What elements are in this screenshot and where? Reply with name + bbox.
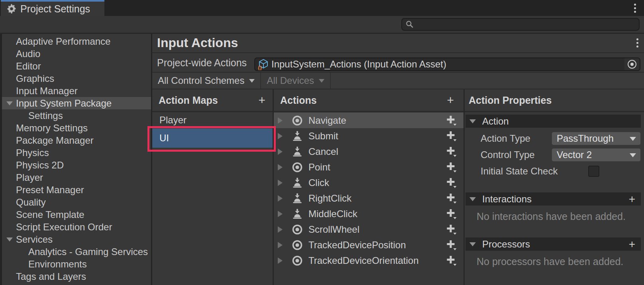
panel-header: Input Actions [152,34,644,53]
sidebar-item-player[interactable]: Player [2,171,151,184]
control-schemes-dropdown[interactable]: All Control Schemes [152,73,261,89]
action-label: Cancel [308,146,338,157]
expand-triangle-icon[interactable] [278,117,283,124]
sidebar-item-memory-settings[interactable]: Memory Settings [2,122,151,134]
action-label: Click [308,177,329,188]
devices-dropdown[interactable]: All Devices [261,73,331,89]
add-binding-button[interactable] [445,255,457,266]
button-action-icon [291,208,303,220]
action-row-cancel[interactable]: Cancel [274,144,463,159]
action-row-trackeddeviceposition[interactable]: TrackedDevicePosition [274,237,463,253]
add-binding-button[interactable] [445,115,457,126]
action-type-row: Action Type PassThrough [465,132,641,145]
action-label: TrackedDeviceOrientation [308,255,419,266]
sidebar-item-environments[interactable]: Environments [2,258,151,270]
sidebar-item-package-manager[interactable]: Package Manager [2,134,151,146]
action-row-trackeddeviceorientation[interactable]: TrackedDeviceOrientation [274,253,463,268]
sidebar-item-services[interactable]: Services [2,233,151,245]
button-action-icon [291,177,303,189]
control-type-dropdown[interactable]: Vector 2 [552,148,641,162]
sidebar-item-script-execution-order[interactable]: Script Execution Order [2,221,151,233]
action-row-rightclick[interactable]: RightClick [274,190,463,206]
expand-triangle-icon[interactable] [278,257,283,264]
action-row-middleclick[interactable]: MiddleClick [274,206,463,222]
add-binding-button[interactable] [445,193,457,204]
action-type-label: Action Type [481,132,530,145]
add-binding-button[interactable] [445,177,457,188]
interactions-section-header[interactable]: Interactions + [465,192,641,206]
sidebar-item-editor[interactable]: Editor [2,60,151,72]
action-map-row-ui[interactable]: UI [152,129,273,148]
sidebar-item-analytics-gaming-services[interactable]: Analytics - Gaming Services [2,245,151,258]
value-action-icon [291,224,303,236]
devices-label: All Devices [267,75,314,86]
sidebar-item-scene-template[interactable]: Scene Template [2,208,151,221]
input-action-asset-field[interactable]: {} InputSystem_Actions (Input Action Ass… [254,57,640,71]
object-picker-button[interactable] [624,58,640,70]
action-row-scrollwheel[interactable]: ScrollWheel [274,222,463,237]
processors-section-header[interactable]: Processors + [465,238,641,251]
foldout-expanded-icon[interactable] [6,101,13,105]
sidebar-item-quality[interactable]: Quality [2,196,151,208]
add-binding-button[interactable] [445,162,457,173]
foldout-expanded-icon[interactable] [469,119,476,123]
chevron-down-icon [319,79,324,83]
add-interaction-button[interactable]: + [629,194,635,205]
foldout-expanded-icon[interactable] [6,238,13,241]
chevron-down-icon [630,137,636,141]
page-title: Input Actions [157,36,238,50]
project-wide-actions-label: Project-wide Actions [157,54,247,72]
control-schemes-toolbar: All Control Schemes All Devices [152,72,644,89]
sidebar-item-label: Services [16,234,53,245]
sidebar-item-preset-manager[interactable]: Preset Manager [2,184,151,196]
tab-project-settings[interactable]: Project Settings [1,0,104,16]
expand-triangle-icon[interactable] [278,211,283,217]
action-row-submit[interactable]: Submit [274,128,463,144]
sidebar-item-graphics[interactable]: Graphics [2,72,151,85]
expand-triangle-icon[interactable] [278,164,283,170]
add-binding-button[interactable] [445,146,457,157]
initial-state-check-checkbox[interactable] [588,166,599,177]
expand-triangle-icon[interactable] [278,226,283,233]
search-input[interactable] [414,19,639,30]
sidebar-item-adaptive-performance[interactable]: Adaptive Performance [2,35,151,48]
action-label: ScrollWheel [308,224,359,235]
sidebar-item-settings[interactable]: Settings [2,109,151,122]
add-action-map-button[interactable]: + [258,94,265,106]
value-action-icon [291,239,303,251]
sidebar-item-physics-2d[interactable]: Physics 2D [2,159,151,171]
sidebar-item-tags-and-layers[interactable]: Tags and Layers [2,270,151,283]
add-binding-button[interactable] [445,131,457,142]
expand-triangle-icon[interactable] [278,195,283,202]
sidebar-item-input-system-package[interactable]: Input System Package [2,97,151,109]
action-row-click[interactable]: Click [274,175,463,190]
sidebar-item-physics[interactable]: Physics [2,146,151,159]
editor-columns: Action Maps + Player UI Actions + [152,89,644,285]
add-processor-button[interactable]: + [629,239,635,250]
add-binding-button[interactable] [445,239,457,251]
foldout-expanded-icon[interactable] [469,197,476,201]
foldout-expanded-icon[interactable] [469,242,476,246]
expand-triangle-icon[interactable] [278,148,283,155]
sidebar-item-input-manager[interactable]: Input Manager [2,85,151,97]
action-row-point[interactable]: Point [274,159,463,175]
add-action-button[interactable]: + [447,94,454,106]
panel-kebab-menu-icon[interactable] [636,38,638,48]
action-section-header[interactable]: Action [465,115,641,128]
action-maps-header: Action Maps + [152,89,273,112]
window-kebab-menu-icon[interactable] [634,4,636,13]
action-label: Navigate [308,115,346,126]
add-binding-button[interactable] [445,224,457,235]
action-label: MiddleClick [308,208,357,220]
action-row-navigate[interactable]: Navigate [274,113,463,128]
expand-triangle-icon[interactable] [278,180,283,186]
expand-triangle-icon[interactable] [278,242,283,248]
action-type-dropdown[interactable]: PassThrough [552,132,641,145]
add-binding-button[interactable] [445,208,457,220]
sidebar-item-audio[interactable]: Audio [2,48,151,60]
expand-triangle-icon[interactable] [278,133,283,139]
settings-sidebar: Adaptive Performance Audio Editor Graphi… [0,34,151,285]
search-box[interactable] [401,18,640,31]
action-section-title: Action [482,116,509,127]
action-map-row-player[interactable]: Player [152,113,273,128]
